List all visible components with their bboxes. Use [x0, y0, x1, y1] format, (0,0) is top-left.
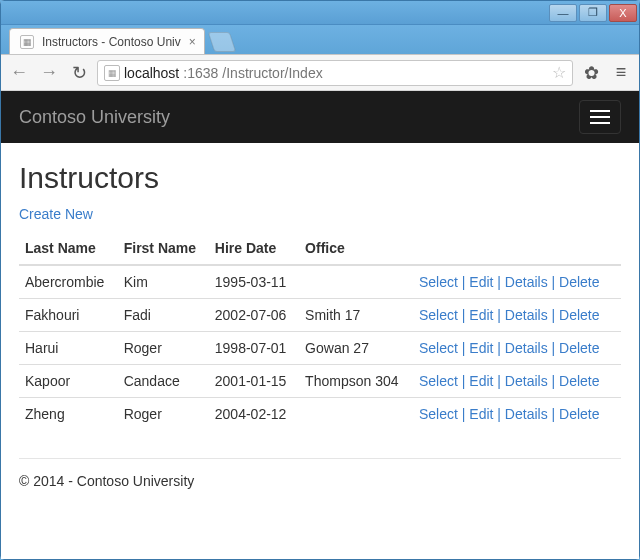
select-link[interactable]: Select — [419, 406, 458, 422]
col-actions — [413, 232, 621, 265]
table-row: HaruiRoger1998-07-01Gowan 27Select | Edi… — [19, 332, 621, 365]
action-sep: | — [548, 406, 559, 422]
cell-hire-date: 1995-03-11 — [209, 265, 299, 299]
address-bar[interactable]: ▦ localhost:1638/Instructor/Index ☆ — [97, 60, 573, 86]
nav-toggle-button[interactable] — [579, 100, 621, 134]
reload-button[interactable]: ↻ — [67, 61, 91, 85]
cell-first-name: Roger — [118, 332, 209, 365]
cell-first-name: Candace — [118, 365, 209, 398]
edit-link[interactable]: Edit — [469, 307, 493, 323]
back-icon: ← — [10, 62, 28, 83]
col-hire-date: Hire Date — [209, 232, 299, 265]
action-sep: | — [493, 373, 504, 389]
os-titlebar: — ❐ X — [1, 1, 639, 25]
window-minimize-button[interactable]: — — [549, 4, 577, 22]
page-footer: © 2014 - Contoso University — [1, 459, 639, 503]
browser-toolbar: ← → ↻ ▦ localhost:1638/Instructor/Index … — [1, 55, 639, 91]
forward-button[interactable]: → — [37, 61, 61, 85]
table-row: KapoorCandace2001-01-15Thompson 304Selec… — [19, 365, 621, 398]
details-link[interactable]: Details — [505, 307, 548, 323]
cell-hire-date: 2002-07-06 — [209, 299, 299, 332]
page-body: Instructors Create New Last Name First N… — [1, 143, 639, 458]
action-sep: | — [493, 307, 504, 323]
edit-link[interactable]: Edit — [469, 274, 493, 290]
table-row: AbercrombieKim1995-03-11Select | Edit | … — [19, 265, 621, 299]
delete-link[interactable]: Delete — [559, 274, 599, 290]
select-link[interactable]: Select — [419, 274, 458, 290]
window-maximize-button[interactable]: ❐ — [579, 4, 607, 22]
url-host: localhost — [124, 65, 179, 81]
hamburger-bar-icon — [590, 110, 610, 112]
tab-title: Instructors - Contoso Univ — [42, 35, 181, 49]
action-sep: | — [458, 274, 469, 290]
cell-hire-date: 2004-02-12 — [209, 398, 299, 431]
action-sep: | — [493, 406, 504, 422]
action-sep: | — [548, 307, 559, 323]
window-close-button[interactable]: X — [609, 4, 637, 22]
cell-actions: Select | Edit | Details | Delete — [413, 332, 621, 365]
hamburger-bar-icon — [590, 122, 610, 124]
cell-office — [299, 265, 413, 299]
cell-actions: Select | Edit | Details | Delete — [413, 365, 621, 398]
edit-link[interactable]: Edit — [469, 340, 493, 356]
cell-last-name: Abercrombie — [19, 265, 118, 299]
cell-last-name: Fakhouri — [19, 299, 118, 332]
maximize-icon: ❐ — [588, 6, 598, 19]
cell-last-name: Harui — [19, 332, 118, 365]
back-button[interactable]: ← — [7, 61, 31, 85]
cell-actions: Select | Edit | Details | Delete — [413, 299, 621, 332]
hamburger-bar-icon — [590, 116, 610, 118]
action-sep: | — [493, 274, 504, 290]
tab-close-icon[interactable]: × — [189, 35, 196, 49]
cell-office — [299, 398, 413, 431]
page-viewport: Contoso University Instructors Create Ne… — [1, 91, 639, 559]
table-header-row: Last Name First Name Hire Date Office — [19, 232, 621, 265]
brand-title: Contoso University — [19, 107, 170, 128]
select-link[interactable]: Select — [419, 340, 458, 356]
edit-link[interactable]: Edit — [469, 373, 493, 389]
forward-icon: → — [40, 62, 58, 83]
cell-first-name: Roger — [118, 398, 209, 431]
delete-link[interactable]: Delete — [559, 307, 599, 323]
new-tab-button[interactable] — [207, 32, 235, 52]
details-link[interactable]: Details — [505, 406, 548, 422]
action-sep: | — [458, 373, 469, 389]
table-row: ZhengRoger2004-02-12Select | Edit | Deta… — [19, 398, 621, 431]
edit-link[interactable]: Edit — [469, 406, 493, 422]
reload-icon: ↻ — [72, 62, 87, 84]
cell-office: Gowan 27 — [299, 332, 413, 365]
action-sep: | — [548, 340, 559, 356]
details-link[interactable]: Details — [505, 274, 548, 290]
delete-link[interactable]: Delete — [559, 340, 599, 356]
chrome-menu-button[interactable]: ≡ — [609, 61, 633, 85]
close-icon: X — [619, 7, 626, 19]
url-port: :1638 — [183, 65, 218, 81]
delete-link[interactable]: Delete — [559, 373, 599, 389]
cell-office: Thompson 304 — [299, 365, 413, 398]
create-new-link[interactable]: Create New — [19, 206, 93, 222]
minimize-icon: — — [558, 7, 569, 19]
details-link[interactable]: Details — [505, 373, 548, 389]
col-first-name: First Name — [118, 232, 209, 265]
action-sep: | — [458, 307, 469, 323]
details-link[interactable]: Details — [505, 340, 548, 356]
url-path: /Instructor/Index — [222, 65, 322, 81]
settings-button[interactable]: ✿ — [579, 61, 603, 85]
cell-hire-date: 1998-07-01 — [209, 332, 299, 365]
bookmark-star-icon[interactable]: ☆ — [552, 63, 566, 82]
favicon-icon: ▦ — [20, 35, 34, 49]
gear-icon: ✿ — [584, 62, 599, 84]
instructors-table: Last Name First Name Hire Date Office Ab… — [19, 232, 621, 430]
action-sep: | — [548, 274, 559, 290]
cell-hire-date: 2001-01-15 — [209, 365, 299, 398]
menu-icon: ≡ — [616, 62, 627, 83]
col-office: Office — [299, 232, 413, 265]
cell-first-name: Kim — [118, 265, 209, 299]
browser-tab[interactable]: ▦ Instructors - Contoso Univ × — [9, 28, 205, 54]
delete-link[interactable]: Delete — [559, 406, 599, 422]
select-link[interactable]: Select — [419, 307, 458, 323]
tab-strip: ▦ Instructors - Contoso Univ × — [1, 25, 639, 55]
select-link[interactable]: Select — [419, 373, 458, 389]
table-row: FakhouriFadi2002-07-06Smith 17Select | E… — [19, 299, 621, 332]
action-sep: | — [548, 373, 559, 389]
